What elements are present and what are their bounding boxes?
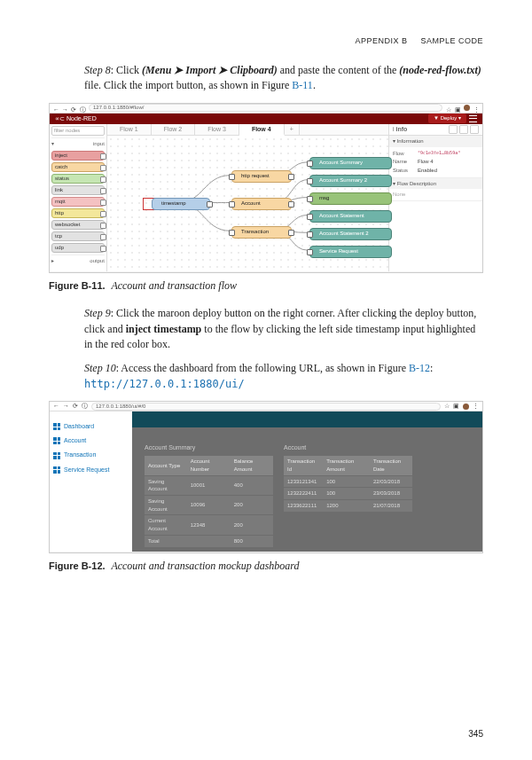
node-output[interactable]: Service Request (309, 246, 392, 258)
fig12-ref[interactable]: B-12 (409, 362, 430, 374)
flow-canvas[interactable]: timestamp http request Account Transacti… (107, 136, 388, 271)
dashboard-nav-item[interactable]: Account (53, 436, 129, 445)
nav-fwd-icon[interactable]: → (63, 402, 69, 411)
grid-icon (53, 452, 60, 459)
account-card: Account Transaction IdTransaction Amount… (284, 443, 412, 547)
table-header: Transaction Amount (323, 456, 370, 475)
table-row: 123222241110023/03/2018 (284, 488, 412, 500)
filter-input[interactable]: filter nodes (51, 126, 105, 136)
hamburger-icon[interactable] (469, 115, 477, 122)
dashboard-nav-item[interactable]: Transaction (53, 451, 129, 459)
node-http-request[interactable]: http request (231, 170, 292, 183)
grid-icon (53, 437, 60, 444)
page-header: APPENDIX B SAMPLE CODE (49, 35, 483, 47)
dashboard-nav-item[interactable]: Service Request (53, 466, 129, 474)
info-tab[interactable]: info (396, 126, 408, 132)
flow-tab[interactable]: Flow 1 (107, 124, 152, 135)
palette-node-status[interactable]: status (51, 174, 105, 184)
palette-node-link[interactable]: link (51, 185, 105, 195)
grid-icon (53, 466, 60, 474)
dashboard-nav: DashboardAccountTransactionService Reque… (50, 411, 132, 552)
table-row: Saving Account10096200 (145, 496, 273, 515)
dashboard-main: Account Summary Account TypeAccount Numb… (132, 411, 482, 552)
table-header: Transaction Date (370, 456, 412, 475)
figure-b11-caption: Figure B-11. Account and transaction flo… (49, 278, 483, 294)
node-output[interactable]: Account Statement 2 (309, 228, 392, 240)
flow-desc-header[interactable]: ▾ Flow Description (389, 178, 482, 190)
palette-node-catch[interactable]: catch (51, 162, 105, 172)
info-icon: ⓘ (82, 402, 88, 411)
browser-chrome: ← → ⟳ ⓘ 127.0.0.1:1880/#flow/ ☆ ▣ ⋮ (50, 104, 482, 114)
header-title: SAMPLE CODE (420, 36, 483, 45)
star-icon[interactable]: ☆ (444, 402, 450, 411)
info-icon: ⓘ (80, 106, 85, 111)
ext-icon[interactable]: ▣ (455, 106, 460, 111)
nodered-topbar: ∝⊂ Node-RED ▼ Deploy ▾ (50, 114, 482, 124)
info-sidebar: i info ▾ Information Flow"9c1e3fe1…8b59a… (388, 124, 482, 271)
nav-back-icon[interactable]: ← (53, 106, 59, 111)
node-output[interactable]: msg (309, 192, 392, 205)
palette-section-input[interactable]: ▾input (51, 137, 105, 150)
node-output[interactable]: Account Statement (309, 210, 392, 223)
table-row: Current Account12348200 (145, 515, 273, 535)
fig11-ref[interactable]: B-11 (292, 79, 313, 91)
step10-label: Step 10 (84, 362, 116, 374)
node-output[interactable]: Account Summary (309, 157, 392, 169)
ext-icon[interactable]: ▣ (453, 402, 459, 411)
palette-node-udp[interactable]: udp (51, 243, 105, 253)
address-bar-2[interactable]: 127.0.0.1:1880/ui/#/0 (91, 403, 441, 411)
sidebar-icons[interactable] (449, 125, 479, 134)
palette-node-mqtt[interactable]: mqtt (51, 197, 105, 207)
palette-node-http[interactable]: http (51, 208, 105, 218)
star-icon[interactable]: ☆ (446, 106, 451, 111)
flow-desc-body: None (389, 189, 482, 200)
flow-tab[interactable]: Flow 4 (239, 124, 285, 136)
menu-dots-icon[interactable]: ⋮ (473, 402, 479, 411)
flow-tab[interactable]: Flow 3 (195, 124, 239, 135)
table-row: 1233622111120021/07/2018 (284, 500, 412, 513)
deploy-button[interactable]: ▼ Deploy ▾ (428, 114, 466, 123)
dashboard-nav-item[interactable]: Dashboard (53, 422, 129, 431)
nav-fwd-icon[interactable]: → (62, 106, 67, 111)
page-number: 345 (468, 728, 483, 741)
dashboard-header (132, 411, 482, 427)
table-header: Balance Amount (231, 456, 273, 475)
node-transaction[interactable]: Transaction (231, 226, 292, 239)
step10-para: Step 10: Access the dashboard from the f… (84, 361, 483, 392)
flow-tabs: Flow 1Flow 2Flow 3Flow 4+ (107, 124, 388, 136)
palette-node-inject[interactable]: inject (51, 151, 105, 161)
palette-section-output[interactable]: ▸output (51, 255, 105, 267)
flow-tab[interactable]: Flow 2 (152, 124, 196, 135)
nav-back-icon[interactable]: ← (53, 402, 59, 411)
transaction-table: Transaction IdTransaction AmountTransact… (284, 456, 412, 512)
address-bar[interactable]: 127.0.0.1:1880/#flow/ (89, 104, 442, 112)
account-summary-table: Account TypeAccount NumberBalance Amount… (145, 456, 273, 547)
table-row: Total800 (145, 535, 273, 547)
info-section-header[interactable]: ▾ Information (389, 136, 482, 147)
table-row: Saving Account10001400 (145, 475, 273, 495)
table-row: 123312134110022/03/2018 (284, 475, 412, 488)
figure-b12-caption: Figure B-12. Account and transaction moc… (49, 559, 483, 574)
reload-icon[interactable]: ⟳ (71, 106, 76, 111)
avatar-icon[interactable] (463, 404, 469, 410)
palette-node-tcp[interactable]: tcp (51, 231, 105, 241)
step8-para: Step 8: Click (Menu ➤ Import ➤ Clipboard… (84, 63, 483, 94)
reload-icon[interactable]: ⟳ (73, 402, 78, 411)
browser-chrome-2: ← → ⟳ ⓘ 127.0.0.1:1880/ui/#/0 ☆ ▣ ⋮ (50, 402, 482, 411)
palette-sidebar: filter nodes ▾input injectcatchstatuslin… (50, 124, 107, 271)
node-account[interactable]: Account (231, 198, 292, 210)
brand-label: ∝⊂ Node-RED (55, 114, 97, 123)
add-flow-button[interactable]: + (285, 124, 300, 135)
dashboard-url[interactable]: http://127.0.0.1:1880/ui/ (84, 378, 245, 390)
menu-dots-icon[interactable]: ⋮ (473, 106, 479, 111)
grid-icon (53, 423, 60, 430)
appendix-label: APPENDIX B (355, 36, 407, 45)
step9-para: Step 9: Click the maroon deploy button o… (84, 306, 483, 352)
node-output[interactable]: Account Summary 2 (309, 175, 392, 187)
card2-title: Account (284, 443, 412, 452)
card1-title: Account Summary (145, 443, 273, 452)
avatar-icon[interactable] (464, 105, 470, 111)
node-timestamp[interactable]: timestamp (152, 198, 210, 210)
palette-node-websocket[interactable]: websocket (51, 220, 105, 230)
account-summary-card: Account Summary Account TypeAccount Numb… (145, 443, 273, 547)
